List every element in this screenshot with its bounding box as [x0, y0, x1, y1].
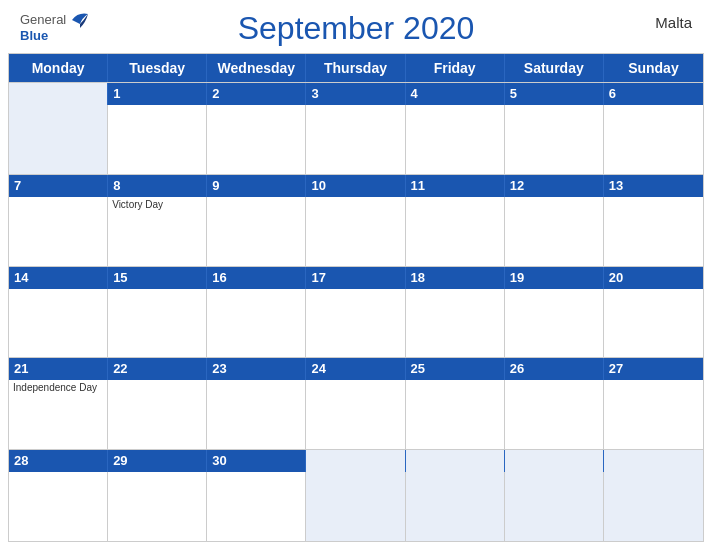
w1-sun-content [604, 105, 703, 174]
w1-tue-num: 1 [108, 83, 207, 105]
w1-sun-num: 6 [604, 83, 703, 105]
w4-tue-num: 22 [108, 358, 207, 380]
w4-tue-content [108, 380, 207, 449]
w4-thu-content [306, 380, 405, 449]
w3-wed-content [207, 289, 306, 358]
w1-mon-num [9, 83, 108, 105]
w2-mon-content [9, 197, 108, 266]
w1-thu-num: 3 [306, 83, 405, 105]
w5-fri-content [406, 472, 505, 541]
w2-thu-num: 10 [306, 175, 405, 197]
calendar-container: General Blue September 2020 Malta Monday… [0, 0, 712, 550]
w3-wed-num: 16 [207, 267, 306, 289]
w4-fri-num: 25 [406, 358, 505, 380]
week-row-2: 7 8 9 10 11 12 13 Victory Day [9, 174, 703, 266]
header-monday: Monday [9, 54, 108, 82]
weeks-container: 1 2 3 4 5 6 [9, 82, 703, 541]
calendar-title: September 2020 [238, 10, 475, 47]
w5-fri-num [406, 450, 505, 472]
w2-sun-num: 13 [604, 175, 703, 197]
w3-tue-content [108, 289, 207, 358]
w2-sun-content [604, 197, 703, 266]
w4-sat-content [505, 380, 604, 449]
w2-tue-num: 8 [108, 175, 207, 197]
w2-tue-content: Victory Day [108, 197, 207, 266]
calendar-header: General Blue September 2020 Malta [0, 0, 712, 53]
logo-bird-icon [70, 10, 90, 28]
w5-sun-content [604, 472, 703, 541]
w1-tue-content [108, 105, 207, 174]
w4-sun-content [604, 380, 703, 449]
week-row-1: 1 2 3 4 5 6 [9, 82, 703, 174]
week-row-4: 21 22 23 24 25 26 27 Independence Day [9, 357, 703, 449]
week-row-5: 28 29 30 [9, 449, 703, 541]
w2-sat-content [505, 197, 604, 266]
w1-fri-num: 4 [406, 83, 505, 105]
w4-wed-num: 23 [207, 358, 306, 380]
w4-thu-num: 24 [306, 358, 405, 380]
w4-fri-content [406, 380, 505, 449]
day-headers-row: Monday Tuesday Wednesday Thursday Friday… [9, 54, 703, 82]
w2-mon-num: 7 [9, 175, 108, 197]
w3-fri-content [406, 289, 505, 358]
w5-mon-content [9, 472, 108, 541]
w5-sat-num [505, 450, 604, 472]
w1-wed-content [207, 105, 306, 174]
w5-thu-content [306, 472, 405, 541]
w5-tue-num: 29 [108, 450, 207, 472]
w5-wed-num: 30 [207, 450, 306, 472]
w1-sat-num: 5 [505, 83, 604, 105]
header-tuesday: Tuesday [108, 54, 207, 82]
w1-sat-content [505, 105, 604, 174]
w3-mon-content [9, 289, 108, 358]
header-friday: Friday [406, 54, 505, 82]
w2-thu-content [306, 197, 405, 266]
w2-fri-content [406, 197, 505, 266]
logo-blue-text: Blue [20, 28, 48, 43]
w3-tue-num: 15 [108, 267, 207, 289]
w3-fri-num: 18 [406, 267, 505, 289]
w5-sun-num [604, 450, 703, 472]
independence-day-label: Independence Day [13, 382, 97, 393]
logo: General Blue [20, 10, 90, 43]
country-label: Malta [655, 14, 692, 31]
w4-sun-num: 27 [604, 358, 703, 380]
w1-mon-content [9, 105, 108, 174]
w3-mon-num: 14 [9, 267, 108, 289]
header-wednesday: Wednesday [207, 54, 306, 82]
calendar-grid: Monday Tuesday Wednesday Thursday Friday… [8, 53, 704, 542]
w2-wed-content [207, 197, 306, 266]
w4-sat-num: 26 [505, 358, 604, 380]
w5-mon-num: 28 [9, 450, 108, 472]
w1-thu-content [306, 105, 405, 174]
w2-fri-num: 11 [406, 175, 505, 197]
w4-wed-content [207, 380, 306, 449]
victory-day-label: Victory Day [112, 199, 163, 210]
w5-tue-content [108, 472, 207, 541]
header-thursday: Thursday [306, 54, 405, 82]
w3-sat-num: 19 [505, 267, 604, 289]
week-row-3: 14 15 16 17 18 19 20 [9, 266, 703, 358]
w2-sat-num: 12 [505, 175, 604, 197]
w5-thu-num [306, 450, 405, 472]
w4-mon-num: 21 [9, 358, 108, 380]
header-sunday: Sunday [604, 54, 703, 82]
w1-wed-num: 2 [207, 83, 306, 105]
w2-wed-num: 9 [207, 175, 306, 197]
w5-sat-content [505, 472, 604, 541]
logo-general-text: General [20, 12, 66, 27]
w3-sun-num: 20 [604, 267, 703, 289]
w3-sat-content [505, 289, 604, 358]
w1-fri-content [406, 105, 505, 174]
header-saturday: Saturday [505, 54, 604, 82]
w3-sun-content [604, 289, 703, 358]
w3-thu-num: 17 [306, 267, 405, 289]
w3-thu-content [306, 289, 405, 358]
w5-wed-content [207, 472, 306, 541]
w4-mon-content: Independence Day [9, 380, 108, 449]
